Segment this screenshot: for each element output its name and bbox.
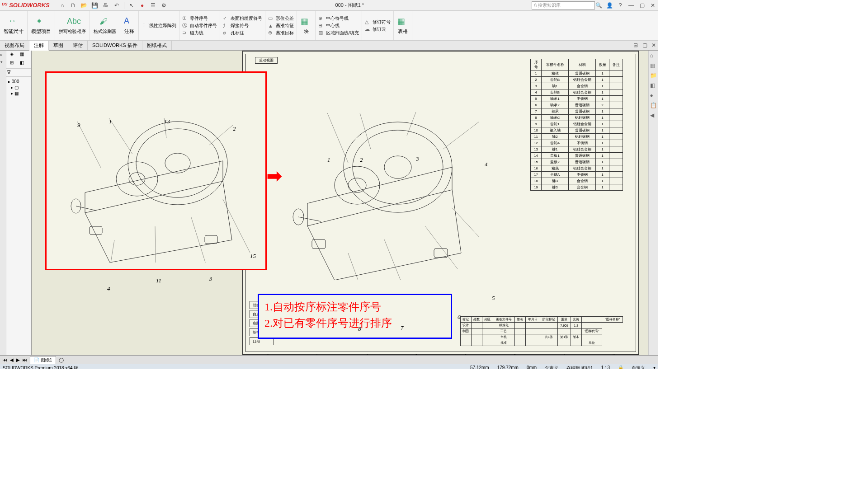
svg-point-19 — [165, 153, 190, 173]
note-button[interactable]: A注释 — [120, 11, 139, 40]
balloon[interactable]: 5 — [492, 295, 495, 302]
fm-tab-2[interactable]: ▦ — [17, 52, 26, 59]
revision-cloud-button[interactable]: ☁修订云 — [365, 26, 391, 33]
balloon[interactable]: 8 — [358, 325, 361, 333]
center-mark-button[interactable]: ⊕中心符号线 — [318, 15, 359, 22]
palette-icon[interactable]: ◧ — [650, 82, 657, 89]
explorer-icon[interactable]: 📁 — [650, 72, 657, 80]
new-icon[interactable]: 🗋 — [70, 2, 77, 9]
properties-icon[interactable]: 📋 — [650, 102, 657, 109]
save-icon[interactable]: 💾 — [91, 2, 99, 9]
magnetic-line-button[interactable]: ⊃磁力线 — [182, 30, 217, 36]
status-lock-icon[interactable]: 🔒 — [618, 365, 623, 369]
forum-icon[interactable]: ◀ — [650, 112, 657, 119]
area-hatch-button[interactable]: ▨区域剖面线/填充 — [318, 30, 359, 36]
datum-target-button[interactable]: ⊕基准目标 — [268, 30, 294, 36]
surface-finish-button[interactable]: ✓表面粗糙度符号 — [223, 15, 262, 22]
last-sheet-icon[interactable]: ⏭ — [22, 357, 28, 362]
search-icon[interactable]: 🔍 — [595, 2, 602, 9]
filter-icon[interactable]: ▾ — [0, 60, 6, 65]
status-scale[interactable]: 1 : 3 — [601, 365, 610, 369]
tree-root[interactable]: ▸ 000 — [7, 79, 30, 84]
library-icon[interactable]: ▦ — [650, 62, 657, 70]
blocks-button[interactable]: ▦块 — [297, 11, 316, 40]
status-expand-icon[interactable]: ▾ — [653, 365, 656, 369]
expand-icon[interactable]: ⊟ — [632, 42, 639, 49]
fm-tab-3[interactable]: ⊞ — [7, 60, 16, 67]
print-icon[interactable]: 🖶 — [102, 2, 109, 9]
balloon[interactable]: 1 — [327, 156, 330, 164]
balloon[interactable]: 3 — [416, 155, 419, 163]
close-icon[interactable]: ✕ — [649, 2, 656, 9]
fm-tab-4[interactable]: ◧ — [17, 60, 26, 67]
close-doc-icon[interactable]: ✕ — [650, 42, 657, 49]
balloon[interactable]: 9 — [77, 122, 80, 129]
svg-line-27 — [109, 118, 132, 154]
balloon[interactable]: 15 — [250, 253, 256, 260]
balloon[interactable]: 1 — [109, 118, 112, 125]
auto-balloon-button[interactable]: Ⓐ自动零件序号 — [182, 23, 217, 29]
tab-annotation[interactable]: 注解 — [29, 41, 49, 51]
tab-view-layout[interactable]: 视图布局 — [0, 41, 29, 50]
revision-icon: △ — [365, 19, 371, 25]
tab-evaluate[interactable]: 评估 — [68, 41, 88, 50]
undo-icon[interactable]: ↶ — [113, 2, 120, 9]
balloon[interactable]: 2 — [360, 156, 363, 164]
balloon[interactable]: 4 — [485, 161, 488, 168]
balloon[interactable]: 7 — [401, 324, 404, 332]
home-icon[interactable]: ⌂ — [59, 2, 66, 9]
rebuild-icon[interactable]: ● — [139, 2, 146, 9]
filter-icon[interactable]: ∇ — [7, 70, 10, 75]
smart-dimension-button[interactable]: ↔智能尺寸 — [0, 11, 28, 40]
model-items-button[interactable]: ✦模型项目 — [28, 11, 55, 40]
drawing-canvas[interactable]: 🔍 ⊡ ↶ ◧ ▦ 👁 总动视图 — [32, 51, 648, 355]
first-sheet-icon[interactable]: ⏮ — [2, 357, 8, 362]
next-sheet-icon[interactable]: ▶ — [15, 357, 21, 362]
prev-sheet-icon[interactable]: ◀ — [9, 357, 14, 362]
hole-callout-button[interactable]: ⌀孔标注 — [223, 30, 262, 36]
select-icon[interactable]: ↖ — [128, 2, 135, 9]
balloon[interactable]: 3 — [209, 275, 212, 282]
tree-icon[interactable]: ▸ — [0, 52, 6, 58]
settings-icon[interactable]: ⚙ — [160, 2, 168, 9]
sheet-tab-1[interactable]: 📄 图纸1 — [30, 356, 56, 364]
search-input[interactable]: ⎙ 搜索知识库 — [532, 1, 595, 9]
balloon[interactable]: 4 — [107, 285, 110, 292]
datum-feature-button[interactable]: ▲基准特征 — [268, 23, 294, 29]
fm-tab-1[interactable]: ◈ — [7, 52, 16, 59]
gtol-button[interactable]: ▭形位公差 — [268, 15, 294, 22]
bom-table[interactable]: 序号零部件名称材料数量备注 1箱体普通碳钢12齿轮B铝硅合金钢13轴1合金钢14… — [530, 59, 623, 191]
tab-sheet-format[interactable]: 图纸格式 — [142, 41, 172, 50]
format-painter-button[interactable]: 🖌格式涂刷器 — [90, 11, 120, 40]
revision-symbol-button[interactable]: △修订符号 — [365, 19, 391, 25]
tree-node-2[interactable]: ▸ ▦ — [7, 90, 30, 96]
add-sheet-icon[interactable]: ◯ — [56, 357, 66, 362]
balloon[interactable]: 11 — [156, 277, 161, 284]
balloon[interactable]: 2 — [233, 125, 236, 132]
linear-pattern-button[interactable]: ⋮⋮线性注释阵列 — [142, 23, 176, 29]
svg-rect-5 — [312, 239, 326, 249]
resources-icon[interactable]: ⌂ — [650, 52, 657, 60]
minimize-icon[interactable]: — — [627, 2, 635, 9]
drawing-view-right[interactable] — [280, 99, 479, 280]
spell-check-button[interactable]: Abc拼写检验程序 — [55, 11, 90, 40]
appearance-icon[interactable]: ● — [650, 92, 657, 99]
tab-addins[interactable]: SOLIDWORKS 插件 — [88, 41, 142, 50]
balloon[interactable]: 6 — [458, 314, 461, 321]
weld-symbol-button[interactable]: ⤴焊接符号 — [223, 23, 262, 29]
status-custom[interactable]: 自定义 — [632, 365, 645, 369]
options-icon[interactable]: ☰ — [150, 2, 157, 9]
balloon[interactable]: 13 — [164, 118, 170, 125]
centerline-button[interactable]: ⊟中心线 — [318, 23, 359, 29]
tab-sketch[interactable]: 草图 — [49, 41, 68, 50]
user-icon[interactable]: 👤 — [606, 2, 613, 9]
restore-icon[interactable]: ▢ — [641, 42, 648, 49]
balloon-button[interactable]: ①零件序号 — [182, 15, 217, 22]
maximize-icon[interactable]: ▢ — [638, 2, 646, 9]
title-block[interactable]: 标记处数分区更改文件号签名年月日阶段标记重量比例"图样名称"设计标准化7.909… — [460, 316, 623, 346]
tree-node-1[interactable]: ▸ ▢ — [7, 84, 30, 90]
help-icon[interactable]: ? — [617, 2, 624, 9]
drawing-view-left[interactable] — [60, 100, 255, 263]
tables-button[interactable]: ▦表格 — [394, 11, 412, 40]
open-icon[interactable]: 📂 — [80, 2, 88, 9]
